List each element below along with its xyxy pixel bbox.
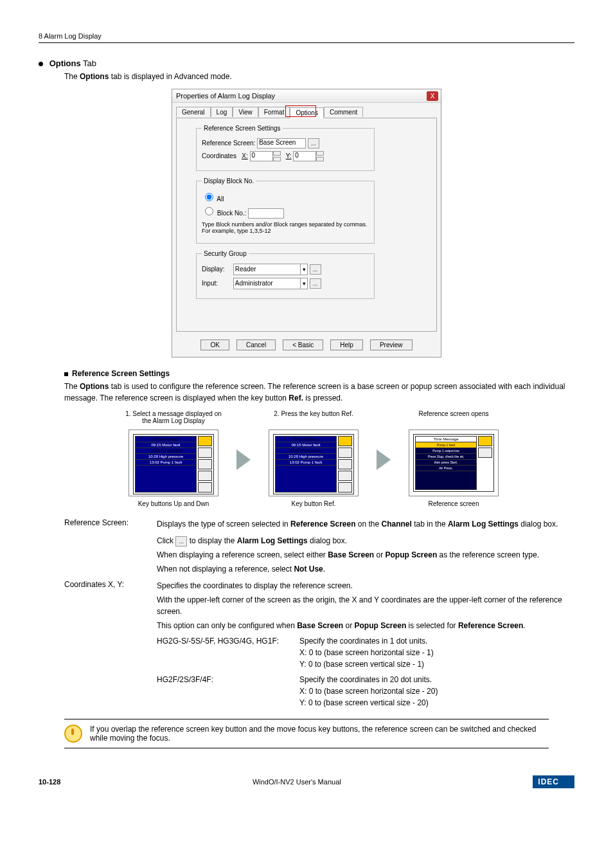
- ref-screen-field[interactable]: Base Screen: [257, 138, 306, 149]
- coord-x-input[interactable]: 0: [250, 151, 273, 161]
- flow-bottom-2: Key button Ref.: [256, 500, 371, 509]
- help-button[interactable]: Help: [330, 339, 363, 350]
- ref-screen-browse-button[interactable]: ...: [308, 138, 319, 149]
- tip-note: If you overlap the reference screen key …: [64, 719, 549, 748]
- desc-reference-screen: Displays the type of screen selected in …: [157, 518, 574, 575]
- sub-key-2: HG2F/2S/3F/4F:: [157, 674, 292, 709]
- properties-dialog: Properties of Alarm Log Display X Genera…: [172, 89, 441, 357]
- mini-dwn-button: [338, 459, 352, 469]
- flow-caption-3: Reference screen opens: [396, 410, 511, 426]
- mini-btn: [338, 471, 352, 481]
- block-no-input[interactable]: [248, 208, 284, 219]
- lightbulb-icon: [64, 725, 82, 743]
- preview-button[interactable]: Preview: [370, 339, 413, 350]
- mini-ref-button: [478, 436, 492, 446]
- dialog-title-text: Properties of Alarm Log Display: [176, 92, 275, 100]
- close-icon[interactable]: X: [427, 91, 438, 101]
- mini-btn: [338, 482, 352, 493]
- security-display-browse[interactable]: ...: [310, 264, 321, 275]
- block-all-radio[interactable]: [205, 193, 213, 201]
- sec-input-label: Input:: [202, 280, 231, 287]
- page-header: 8 Alarm Log Display: [39, 32, 574, 43]
- options-tab-subtext: The Options tab is displayed in Advanced…: [64, 72, 574, 81]
- mini-btn: [198, 482, 212, 493]
- block-no-label: Block No.:: [217, 210, 247, 217]
- security-group: Security Group Display: Reader ... Input…: [196, 250, 375, 299]
- cancel-button[interactable]: Cancel: [236, 339, 276, 350]
- ref-screen-paragraph: The Options tab is used to configure the…: [64, 381, 574, 404]
- tab-log[interactable]: Log: [211, 107, 233, 117]
- flow-screen-2: Time Message09:15 Motor fault10:02 Pump1…: [269, 429, 359, 496]
- coord-x-spinner[interactable]: [273, 151, 281, 161]
- bullet-icon: [39, 62, 43, 66]
- flow-caption-2: 2. Press the key button Ref.: [256, 410, 371, 426]
- security-display-select[interactable]: Reader: [233, 264, 308, 275]
- coord-y-input[interactable]: 0: [293, 151, 316, 161]
- arrow-icon: [377, 449, 391, 470]
- block-all-label: All: [217, 195, 224, 203]
- dialog-titlebar: Properties of Alarm Log Display X: [172, 89, 441, 103]
- tab-comment[interactable]: Comment: [324, 107, 363, 117]
- flow-diagram: 1. Select a message displayed onthe Alar…: [116, 410, 574, 509]
- footer-title: WindO/I-NV2 User's Manual: [253, 778, 341, 786]
- options-tab-heading: Options Tab: [39, 59, 574, 68]
- basic-button[interactable]: < Basic: [283, 339, 323, 350]
- term-reference-screen: Reference Screen:: [64, 518, 148, 575]
- security-input-select[interactable]: Administrator: [233, 278, 308, 289]
- ok-button[interactable]: OK: [200, 339, 229, 350]
- ref-screen-settings-heading: Reference Screen Settings: [64, 369, 574, 378]
- ellipsis-button-icon: ...: [175, 536, 187, 547]
- highlight-tab-icon: [285, 105, 316, 117]
- mini-ref-button: [338, 436, 352, 446]
- sec-legend: Security Group: [202, 250, 249, 257]
- tab-general[interactable]: General: [176, 107, 211, 117]
- flow-bottom-1: Key buttons Up and Dwn: [116, 500, 231, 509]
- flow-caption-1: 1. Select a message displayed onthe Alar…: [116, 410, 231, 426]
- desc-coordinates: Specifies the coordinates to display the…: [157, 580, 574, 709]
- mini-btn: [478, 448, 492, 458]
- security-input-browse[interactable]: ...: [310, 278, 321, 289]
- sec-disp-label: Display:: [202, 266, 231, 273]
- coordinates-label: Coordinates: [202, 152, 236, 159]
- mini-ref-button: [198, 436, 212, 446]
- sub-val-1: Specify the coordinates in 1 dot units. …: [299, 635, 574, 670]
- dialog-tabs: GeneralLogViewFormatOptionsComment: [172, 103, 441, 118]
- dialog-buttons: OK Cancel < Basic Help Preview: [172, 336, 441, 357]
- arrow-icon: [236, 449, 251, 470]
- tab-view[interactable]: View: [233, 107, 258, 117]
- term-coordinates: Coordinates X, Y:: [64, 580, 148, 709]
- mini-btn: [198, 471, 212, 481]
- block-no-radio[interactable]: [205, 207, 213, 215]
- ref-screen-label: Reference Screen:: [202, 140, 255, 147]
- flow-bottom-3: Reference screen: [396, 500, 511, 509]
- coord-x-label: X:: [242, 152, 247, 159]
- mini-dwn-button: [198, 459, 212, 469]
- ref-legend: Reference Screen Settings: [202, 125, 283, 132]
- tip-text: If you overlap the reference screen key …: [90, 725, 549, 743]
- sub-key-1: HG2G-S/-5S/-5F, HG3G/4G, HG1F:: [157, 635, 292, 670]
- page-footer: 10-128 WindO/I-NV2 User's Manual IDEC: [39, 772, 574, 792]
- block-legend: Display Block No.: [202, 177, 256, 185]
- display-block-group: Display Block No. All Block No.: Type Bl…: [196, 177, 375, 244]
- square-bullet-icon: [64, 372, 68, 376]
- flow-screen-3: Time MessagePump 1 faultPump 1 output lo…: [409, 429, 499, 496]
- flow-screen-1: Time Message09:15 Motor fault10:02 Pump1…: [129, 429, 218, 496]
- page-number: 10-128: [39, 778, 60, 786]
- brand-logo: IDEC: [533, 775, 574, 788]
- coord-y-label: Y:: [286, 152, 292, 159]
- coord-y-spinner[interactable]: [316, 151, 324, 161]
- reference-screen-settings-group: Reference Screen Settings Reference Scre…: [196, 125, 375, 171]
- block-hint: Type Block numbers and/or Block ranges s…: [202, 221, 369, 234]
- sub-val-2: Specify the coordinates in 20 dot units.…: [299, 674, 574, 709]
- mini-up-button: [338, 448, 352, 458]
- mini-up-button: [198, 448, 212, 458]
